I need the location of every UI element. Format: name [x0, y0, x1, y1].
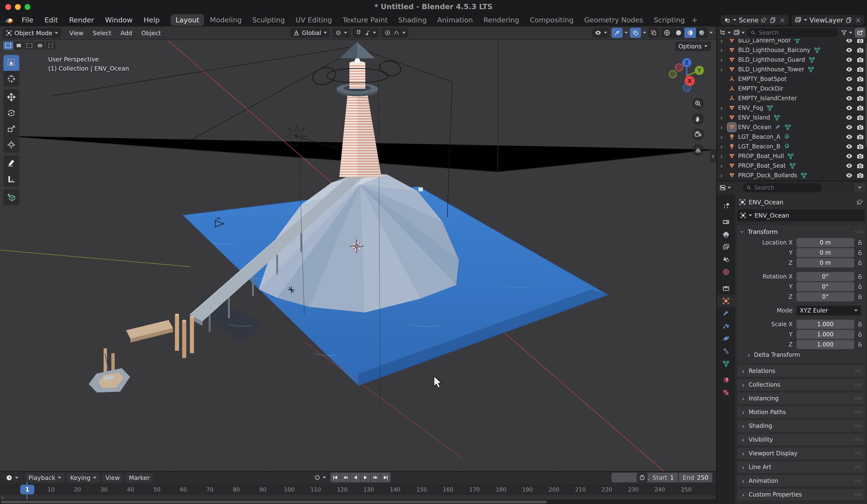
scene-selector[interactable]: Scene ×	[721, 15, 788, 25]
mesh-data-icon[interactable]	[773, 114, 780, 121]
menu-item[interactable]: Edit	[45, 16, 58, 24]
object-name[interactable]: EMPTY_BoatSpot	[738, 76, 787, 82]
workspace-tab[interactable]: Texture Paint	[338, 14, 393, 26]
timeline-menu-item[interactable]: Keying	[67, 473, 100, 483]
axis-neg-x[interactable]	[675, 64, 683, 71]
expand-chevron[interactable]: ›	[720, 124, 727, 131]
expand-chevron[interactable]: ›	[720, 172, 727, 179]
play-reverse-button[interactable]	[351, 473, 360, 482]
object-name-field[interactable]: ENV_Ocean	[737, 210, 865, 222]
disable-in-renders-camera-icon[interactable]	[855, 46, 866, 54]
outliner-row[interactable]: › LGT_Beacon_A	[717, 132, 867, 142]
add-workspace-button[interactable]: +	[692, 16, 698, 24]
outliner-row[interactable]: › ENV_Fog	[717, 103, 867, 113]
panel-grip-icon[interactable]	[854, 465, 863, 469]
workspace-tab[interactable]: Shading	[394, 14, 431, 26]
workspace-tab[interactable]: Layout	[171, 14, 204, 26]
object-type-icon[interactable]	[727, 161, 736, 170]
copy-icon[interactable]	[770, 17, 776, 23]
viewport-3d[interactable]: Object Mode ViewSelectAddObject Global	[0, 26, 716, 471]
expand-chevron[interactable]: ›	[720, 56, 727, 64]
object-type-icon[interactable]	[727, 55, 736, 64]
delta-transform-subpanel[interactable]: › Delta Transform	[746, 350, 863, 360]
tab-output[interactable]	[717, 228, 735, 241]
panel-grip-icon[interactable]	[854, 383, 863, 387]
mesh-data-icon[interactable]	[814, 47, 821, 53]
disable-in-renders-camera-icon[interactable]	[855, 85, 866, 92]
small-cube-object[interactable]	[419, 187, 423, 191]
options-dropdown[interactable]: Options	[675, 41, 711, 51]
unlink-icon[interactable]: ×	[779, 16, 785, 24]
next-keyframe-button[interactable]	[371, 473, 381, 482]
properties-panel-header[interactable]: › Motion Paths	[737, 406, 865, 418]
mesh-data-icon[interactable]	[801, 172, 807, 179]
expand-chevron[interactable]: ›	[720, 39, 727, 44]
tab-modifiers[interactable]	[717, 307, 735, 320]
properties-search[interactable]	[743, 183, 822, 192]
modifier-wrench-icon[interactable]	[775, 124, 781, 130]
copy-icon[interactable]	[846, 17, 852, 23]
outliner-row[interactable]: › BLD_Lighthouse_Guard	[717, 55, 867, 65]
outliner-row[interactable]: › PROP_Boat_Seat	[717, 161, 867, 171]
mesh-data-icon[interactable]	[809, 56, 815, 63]
object-name[interactable]: BLD_Lantern_Roof	[738, 39, 791, 44]
navigation-gizmo[interactable]: Z Y X	[666, 55, 707, 96]
expand-chevron[interactable]: ›	[720, 133, 727, 141]
object-type-icon[interactable]	[727, 152, 736, 160]
shading-solid-button[interactable]	[673, 28, 684, 38]
workspace-tab[interactable]: Animation	[432, 14, 478, 26]
disable-in-renders-camera-icon[interactable]	[855, 66, 866, 73]
object-name[interactable]: EMPTY_IslandCenter	[738, 95, 797, 102]
disable-in-renders-camera-icon[interactable]	[855, 75, 866, 83]
object-type-icon[interactable]	[727, 142, 736, 151]
search-input[interactable]	[758, 29, 835, 36]
expand-chevron[interactable]: ›	[720, 143, 727, 150]
rotation-mode-dropdown[interactable]: XYZ Euler	[796, 306, 861, 315]
workspace-tab[interactable]: UV Editing	[291, 14, 336, 26]
timeline-menu-item[interactable]: Playback	[25, 473, 65, 483]
tab-scene[interactable]	[717, 253, 735, 266]
lock-icon[interactable]	[854, 294, 866, 300]
display-mode-selector[interactable]	[733, 29, 745, 36]
object-name[interactable]: PROP_Dock_Bollards	[738, 172, 797, 179]
expand-chevron[interactable]: ›	[720, 152, 727, 160]
select-extend-mode-button[interactable]	[14, 41, 24, 50]
object-name[interactable]: PROP_Boat_Seat	[738, 162, 786, 169]
shading-rendered-button[interactable]	[696, 28, 707, 38]
start-frame-field[interactable]: Start 1	[649, 473, 678, 482]
lock-icon[interactable]	[854, 249, 866, 256]
transform-panel-header[interactable]: › Transform	[739, 226, 863, 237]
object-type-icon[interactable]	[727, 46, 736, 54]
hide-in-viewport-eye-icon[interactable]	[844, 162, 855, 169]
hide-in-viewport-eye-icon[interactable]	[844, 172, 855, 179]
tab-constraints[interactable]	[717, 345, 735, 357]
panel-grip-icon[interactable]	[854, 493, 863, 496]
lock-icon[interactable]	[854, 239, 866, 246]
panel-grip-icon[interactable]	[854, 424, 863, 428]
outliner-search[interactable]	[747, 28, 838, 37]
outliner-row[interactable]: EMPTY_IslandCenter	[717, 94, 867, 103]
outliner-row[interactable]: › PROP_Dock_Bollards	[717, 171, 867, 180]
mesh-data-icon[interactable]	[807, 66, 814, 73]
timeline-track[interactable]	[0, 495, 716, 500]
panel-grip-icon[interactable]	[855, 230, 863, 234]
timeline-menu-item[interactable]: Marker	[126, 473, 153, 483]
outliner-row[interactable]: › BLD_Lighthouse_Balcony	[717, 45, 867, 55]
expand-chevron[interactable]: ›	[720, 66, 727, 73]
disable-in-renders-camera-icon[interactable]	[855, 114, 866, 121]
hide-in-viewport-eye-icon[interactable]	[844, 124, 855, 131]
lock-icon[interactable]	[854, 260, 866, 266]
workspace-tab[interactable]: Modeling	[205, 14, 246, 26]
object-name[interactable]: LGT_Beacon_B	[738, 143, 780, 150]
editor-type-selector[interactable]	[2, 473, 22, 483]
show-gizmo-dropdown[interactable]	[592, 28, 610, 38]
transform-orientation-selector[interactable]: Global	[290, 28, 330, 38]
axis-neg-y[interactable]	[669, 71, 676, 78]
snapping-controls[interactable]	[353, 28, 379, 38]
properties-panel-header[interactable]: › Line Art	[737, 461, 865, 473]
properties-panel-header[interactable]: › Visibility	[737, 434, 865, 446]
value-field[interactable]: 0 m	[796, 248, 854, 257]
outliner-row[interactable]: › ENV_Ocean	[717, 122, 867, 132]
tab-world[interactable]	[717, 266, 735, 278]
properties-panel-header[interactable]: › Relations	[737, 365, 865, 377]
